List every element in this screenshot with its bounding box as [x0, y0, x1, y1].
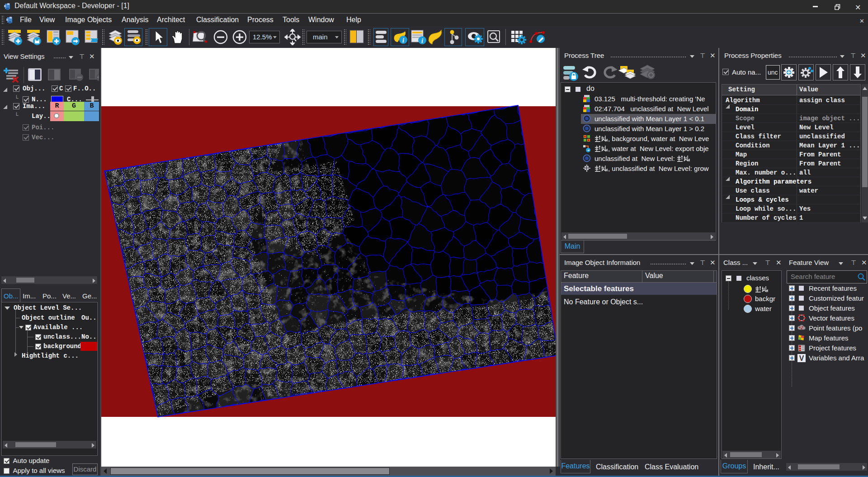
svg-text:i: i	[421, 38, 423, 44]
svg-text:V: V	[799, 354, 804, 362]
svg-text:i: i	[402, 37, 404, 44]
